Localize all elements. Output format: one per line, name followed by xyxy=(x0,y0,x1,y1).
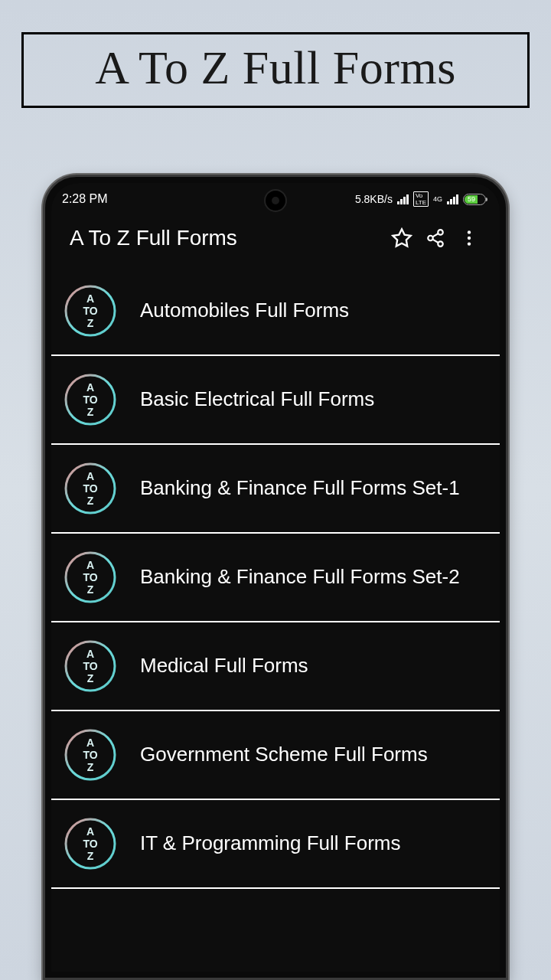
volte-icon: VoLTE xyxy=(413,191,429,207)
share-button[interactable] xyxy=(419,228,452,248)
favorite-button[interactable] xyxy=(385,227,419,249)
svg-text:Z: Z xyxy=(87,406,94,418)
svg-text:TO: TO xyxy=(83,838,97,850)
atoz-icon: A TO Z xyxy=(64,284,117,338)
list-item-label: Medical Full Forms xyxy=(140,653,481,679)
svg-text:A: A xyxy=(86,825,94,838)
status-time: 2:28 PM xyxy=(62,192,108,206)
svg-text:TO: TO xyxy=(83,749,97,761)
svg-point-8 xyxy=(468,242,471,245)
atoz-icon: A TO Z xyxy=(64,639,117,693)
list-item[interactable]: A TO Z Banking & Finance Full Forms Set-… xyxy=(51,534,500,622)
phone-frame: 2:28 PM 5.8KB/s VoLTE 4G 59 A To Z Full … xyxy=(43,175,508,980)
svg-text:TO: TO xyxy=(83,482,97,495)
svg-text:A: A xyxy=(86,381,94,394)
svg-text:A: A xyxy=(86,648,94,660)
list-item-label: Automobiles Full Forms xyxy=(140,298,481,324)
star-icon xyxy=(391,227,412,249)
battery-percent: 59 xyxy=(468,195,475,203)
svg-point-7 xyxy=(468,237,471,240)
list-item-label: Basic Electrical Full Forms xyxy=(140,387,481,413)
svg-text:A: A xyxy=(86,292,94,305)
svg-text:Z: Z xyxy=(87,850,94,862)
atoz-icon: A TO Z xyxy=(64,817,117,871)
list-item-label: Government Scheme Full Forms xyxy=(140,742,481,768)
page-banner: A To Z Full Forms xyxy=(21,32,530,108)
list-item[interactable]: A TO Z Banking & Finance Full Forms Set-… xyxy=(51,445,500,534)
category-list: A TO Z Automobiles Full Forms A TO Z Bas… xyxy=(51,267,500,889)
svg-text:TO: TO xyxy=(83,305,97,317)
list-item[interactable]: A TO Z IT & Programming Full Forms xyxy=(51,800,500,889)
svg-text:TO: TO xyxy=(83,394,97,406)
svg-text:A: A xyxy=(86,559,94,571)
svg-text:Z: Z xyxy=(87,317,94,329)
atoz-icon: A TO Z xyxy=(64,550,117,604)
svg-text:A: A xyxy=(86,470,94,482)
more-button[interactable] xyxy=(452,228,486,248)
svg-point-1 xyxy=(438,230,443,235)
svg-point-6 xyxy=(468,230,471,234)
atoz-icon: A TO Z xyxy=(64,373,117,426)
svg-line-4 xyxy=(432,240,438,243)
network-4g-icon: 4G xyxy=(433,196,442,203)
list-item[interactable]: A TO Z Medical Full Forms xyxy=(51,622,500,711)
list-item[interactable]: A TO Z Basic Electrical Full Forms xyxy=(51,356,500,445)
svg-text:A: A xyxy=(86,737,94,749)
list-item[interactable]: A TO Z Government Scheme Full Forms xyxy=(51,711,500,800)
svg-line-5 xyxy=(432,234,438,237)
list-item-label: Banking & Finance Full Forms Set-2 xyxy=(140,564,481,590)
list-item-label: Banking & Finance Full Forms Set-1 xyxy=(140,475,481,501)
more-vertical-icon xyxy=(459,228,479,248)
svg-text:Z: Z xyxy=(87,761,94,773)
camera-notch xyxy=(264,189,287,212)
status-speed: 5.8KB/s xyxy=(355,193,393,205)
svg-text:TO: TO xyxy=(83,571,97,583)
signal-icon xyxy=(397,194,409,204)
phone-side-buttons xyxy=(506,422,508,629)
svg-text:Z: Z xyxy=(87,583,94,596)
battery-icon: 59 xyxy=(463,194,486,205)
svg-marker-0 xyxy=(393,229,410,246)
svg-point-2 xyxy=(428,236,433,241)
svg-text:Z: Z xyxy=(87,495,94,507)
svg-text:TO: TO xyxy=(83,660,97,672)
share-icon xyxy=(425,228,445,248)
atoz-icon: A TO Z xyxy=(64,462,117,515)
svg-text:Z: Z xyxy=(87,672,94,684)
app-bar: A To Z Full Forms xyxy=(51,212,500,267)
signal-icon-2 xyxy=(447,194,458,204)
atoz-icon: A TO Z xyxy=(64,728,117,782)
svg-point-3 xyxy=(438,241,443,247)
banner-title: A To Z Full Forms xyxy=(95,41,456,93)
app-title: A To Z Full Forms xyxy=(70,226,385,250)
list-item-label: IT & Programming Full Forms xyxy=(140,831,481,857)
list-item[interactable]: A TO Z Automobiles Full Forms xyxy=(51,267,500,356)
